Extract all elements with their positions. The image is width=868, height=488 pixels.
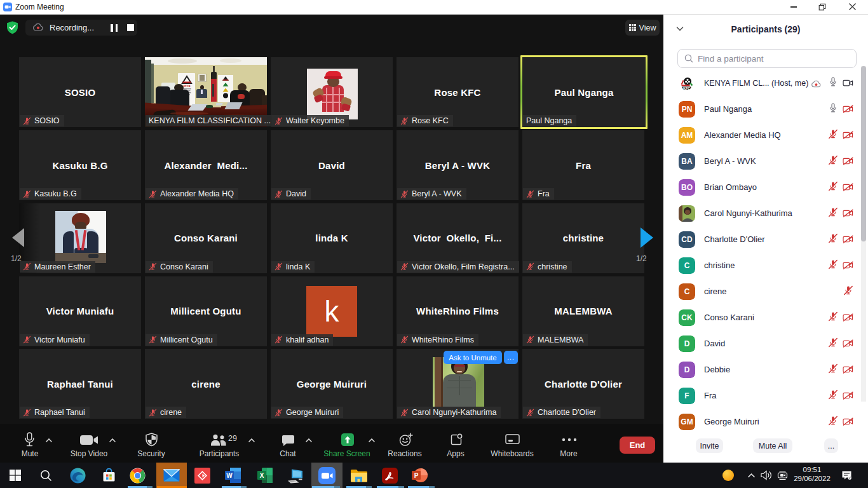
svg-text:KFC: KFC [683, 86, 690, 90]
svg-text:P: P [414, 472, 419, 479]
svg-text:W: W [226, 472, 233, 479]
svg-text:X: X [259, 472, 264, 479]
svg-text:KFCB: KFCB [183, 85, 190, 88]
